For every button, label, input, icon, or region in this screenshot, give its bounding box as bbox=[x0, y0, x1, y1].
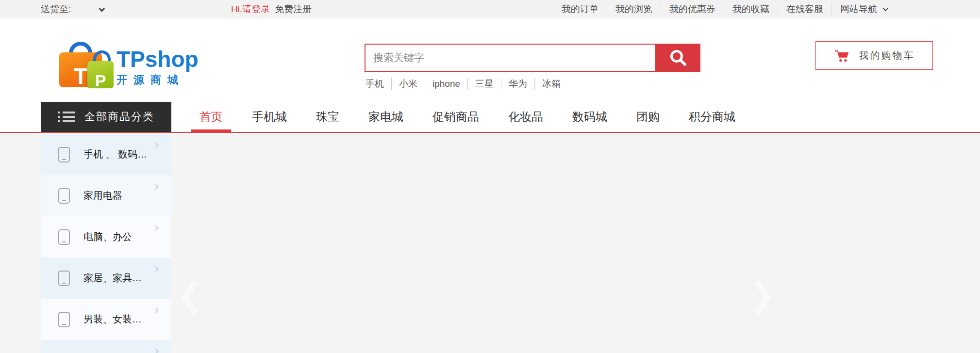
my-cart-button[interactable]: 我的购物车 bbox=[815, 41, 933, 70]
sidebar-item-label: 家居、家具… bbox=[83, 272, 142, 285]
site-logo[interactable]: T P TPshop 开源商城 bbox=[59, 42, 205, 91]
bag-letter-p: P bbox=[95, 73, 106, 88]
nav-item-promotions[interactable]: 促销商品 bbox=[432, 102, 479, 132]
nav-item-group-buy[interactable]: 团购 bbox=[636, 102, 660, 132]
main-content: 手机 、 数码… 家用电器 电脑、办公 家居、家具… 男装、女装… bbox=[0, 134, 980, 353]
main-navbar: 全部商品分类 首页 手机城 珠宝 家电城 促销商品 化妆品 数码城 团购 积分商… bbox=[0, 102, 980, 133]
carousel-next-button[interactable] bbox=[753, 279, 772, 316]
hot-keywords: 手机 小米 iphone 三星 华为 冰箱 bbox=[365, 78, 568, 90]
topbar-item-my-favorites[interactable]: 我的收藏 bbox=[724, 3, 778, 16]
list-menu-icon bbox=[58, 112, 75, 122]
device-icon bbox=[58, 271, 70, 286]
topbar-item-site-nav[interactable]: 网站导航 bbox=[831, 3, 887, 16]
topbar-item-my-orders[interactable]: 我的订单 bbox=[553, 3, 607, 16]
chevron-left-icon bbox=[180, 279, 199, 316]
register-link[interactable]: 免费注册 bbox=[275, 3, 312, 16]
ship-to-label: 送货至: bbox=[41, 3, 71, 16]
hot-keyword-link[interactable]: 华为 bbox=[501, 78, 534, 90]
device-icon bbox=[58, 229, 70, 245]
device-icon bbox=[58, 312, 70, 327]
hot-keyword-link[interactable]: 三星 bbox=[467, 78, 501, 90]
top-utility-bar: 送货至: Hi.请登录 免费注册 我的订单 我的浏览 我的优惠券 我的收藏 在线… bbox=[0, 0, 980, 18]
nav-item-phone-mall[interactable]: 手机城 bbox=[252, 102, 287, 132]
topbar-item-my-history[interactable]: 我的浏览 bbox=[607, 3, 661, 16]
sidebar-item-home-appliances[interactable]: 家用电器 bbox=[41, 175, 171, 216]
nav-item-home[interactable]: 首页 bbox=[199, 102, 223, 132]
sidebar-item-home-furniture[interactable]: 家居、家具… bbox=[41, 257, 171, 299]
site-header: T P TPshop 开源商城 手机 小米 iphone 三星 华为 冰箱 bbox=[0, 18, 980, 102]
nav-item-cosmetics[interactable]: 化妆品 bbox=[508, 102, 543, 132]
sidebar-item-partial[interactable] bbox=[41, 340, 171, 353]
hot-keyword-link[interactable]: iphone bbox=[425, 79, 467, 89]
nav-links: 首页 手机城 珠宝 家电城 促销商品 化妆品 数码城 团购 积分商城 bbox=[199, 102, 735, 132]
chevron-down-icon bbox=[99, 5, 105, 12]
chevron-right-icon bbox=[153, 266, 158, 272]
bag-letter-t: T bbox=[74, 66, 87, 87]
nav-item-appliance-mall[interactable]: 家电城 bbox=[368, 102, 403, 132]
hot-keyword-link[interactable]: 冰箱 bbox=[534, 78, 568, 90]
chevron-down-icon bbox=[883, 6, 888, 11]
site-nav-label: 网站导航 bbox=[840, 3, 877, 16]
chevron-right-icon bbox=[153, 307, 158, 313]
carousel-prev-button[interactable] bbox=[180, 279, 199, 316]
device-icon bbox=[58, 147, 70, 162]
nav-item-points-mall[interactable]: 积分商城 bbox=[689, 102, 735, 132]
nav-item-digital-mall[interactable]: 数码城 bbox=[572, 102, 607, 132]
brand-text: TPshop 开源商城 bbox=[116, 48, 199, 87]
search-button[interactable] bbox=[655, 44, 700, 72]
brand-subtitle: 开源商城 bbox=[116, 73, 199, 87]
hot-keyword-link[interactable]: 手机 bbox=[365, 78, 391, 90]
shopping-cart-icon bbox=[834, 48, 850, 63]
chevron-right-icon bbox=[153, 184, 158, 189]
ship-to-selector[interactable]: 送货至: bbox=[41, 0, 103, 18]
all-categories-button[interactable]: 全部商品分类 bbox=[41, 102, 171, 132]
sidebar-item-label: 电脑、办公 bbox=[83, 230, 132, 243]
topbar-item-my-coupons[interactable]: 我的优惠券 bbox=[661, 3, 724, 16]
device-icon bbox=[58, 188, 70, 204]
nav-item-jewelry[interactable]: 珠宝 bbox=[316, 102, 339, 132]
chevron-right-icon bbox=[153, 349, 158, 353]
chevron-right-icon bbox=[753, 279, 772, 316]
chevron-right-icon bbox=[153, 225, 158, 230]
sidebar-item-label: 男装、女装… bbox=[83, 313, 142, 326]
sidebar-item-label: 手机 、 数码… bbox=[83, 148, 147, 161]
search-area bbox=[365, 44, 700, 72]
login-link[interactable]: Hi.请登录 bbox=[231, 3, 270, 16]
search-input[interactable] bbox=[365, 44, 655, 72]
magnifier-icon bbox=[668, 48, 688, 67]
sidebar-item-phones-digital[interactable]: 手机 、 数码… bbox=[41, 134, 171, 175]
all-categories-label: 全部商品分类 bbox=[84, 110, 154, 124]
hot-keyword-link[interactable]: 小米 bbox=[391, 78, 425, 90]
topbar-menu: 我的订单 我的浏览 我的优惠券 我的收藏 在线客服 网站导航 bbox=[553, 0, 887, 18]
sidebar-item-computers-office[interactable]: 电脑、办公 bbox=[41, 216, 171, 257]
login-register-group: Hi.请登录 免费注册 bbox=[231, 0, 312, 18]
category-sidebar: 手机 、 数码… 家用电器 电脑、办公 家居、家具… 男装、女装… bbox=[41, 134, 171, 353]
green-bag-icon: P bbox=[87, 61, 114, 88]
topbar-item-online-service[interactable]: 在线客服 bbox=[778, 3, 831, 16]
sidebar-item-mens-womens-wear[interactable]: 男装、女装… bbox=[41, 299, 171, 340]
chevron-right-icon bbox=[153, 143, 158, 148]
cart-label: 我的购物车 bbox=[859, 49, 915, 62]
sidebar-item-label: 家用电器 bbox=[83, 189, 122, 202]
brand-name: TPshop bbox=[116, 48, 199, 71]
